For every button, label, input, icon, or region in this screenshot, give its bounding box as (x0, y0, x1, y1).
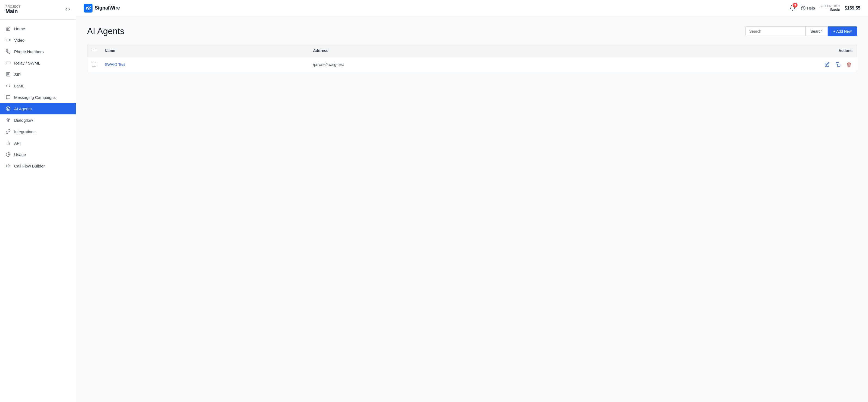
sidebar-item-call-flow-builder[interactable]: Call Flow Builder (0, 160, 76, 172)
integrations-icon (5, 129, 11, 134)
table-header: Name Address Actions (87, 44, 857, 57)
signalwire-logo-text: SignalWire (95, 5, 120, 11)
svg-rect-23 (838, 64, 840, 67)
notification-count: 9 (793, 3, 798, 8)
svg-line-10 (9, 109, 9, 110)
row-checkbox-cell (87, 57, 100, 72)
edit-icon (825, 62, 830, 67)
relay-icon (5, 60, 11, 66)
sidebar-item-call-flow-builder-label: Call Flow Builder (14, 164, 45, 168)
svg-rect-0 (6, 39, 9, 41)
sidebar-item-api-label: API (14, 141, 21, 145)
home-icon (5, 26, 11, 31)
support-tier-label: SUPPORT TIER (820, 5, 840, 8)
sidebar-item-usage[interactable]: Usage (0, 149, 76, 160)
sidebar-item-home[interactable]: Home (0, 23, 76, 34)
agents-table: Name Address Actions SWAIG Test (87, 44, 857, 72)
topbar: SignalWire 9 Help SUPPORT TIER Basic $15… (76, 0, 868, 16)
support-tier: SUPPORT TIER Basic (820, 5, 840, 12)
help-button[interactable]: Help (801, 6, 815, 10)
sidebar-nav: Home Video Phone Numbers Relay / SWML (0, 20, 76, 402)
help-label: Help (807, 6, 815, 10)
row-checkbox[interactable] (92, 62, 96, 66)
sidebar-item-ai-agents[interactable]: AI Agents (0, 103, 76, 114)
actions-cell (594, 61, 852, 68)
sidebar-header: Project Main (0, 0, 76, 20)
sidebar-item-messaging-campaigns-label: Messaging Campaigns (14, 95, 56, 100)
header-address: Address (309, 44, 589, 57)
table-body: SWAIG Test /private/swaig-test (87, 57, 857, 72)
svg-line-11 (9, 107, 9, 108)
copy-button[interactable] (835, 61, 842, 68)
copy-icon (836, 62, 840, 67)
delete-icon (846, 62, 851, 67)
switch-project-icon[interactable] (65, 6, 70, 13)
delete-button[interactable] (845, 61, 852, 68)
agent-address-cell: /private/swaig-test (309, 57, 589, 72)
agent-address: /private/swaig-test (313, 62, 344, 67)
ai-agents-icon (5, 106, 11, 111)
sidebar-item-laml-label: LāML (14, 84, 25, 88)
select-all-checkbox[interactable] (92, 48, 96, 52)
svg-point-8 (7, 108, 9, 110)
signalwire-logo-icon (84, 4, 93, 12)
edit-button[interactable] (824, 61, 831, 68)
project-label: Project (5, 5, 21, 8)
sidebar-item-relay-swml[interactable]: Relay / SWML (0, 57, 76, 69)
sidebar-item-video-label: Video (14, 38, 25, 42)
sidebar-item-relay-swml-label: Relay / SWML (14, 61, 40, 65)
svg-line-17 (8, 120, 9, 120)
video-icon (5, 37, 11, 43)
header-checkbox-col (87, 44, 100, 57)
agent-actions-cell (589, 57, 857, 72)
sidebar: Project Main Home Video (0, 0, 76, 402)
search-button[interactable]: Search (805, 27, 828, 36)
sidebar-item-laml[interactable]: LāML (0, 80, 76, 91)
search-wrapper: Search (745, 26, 828, 36)
svg-point-14 (8, 119, 10, 120)
sidebar-item-sip[interactable]: SIP (0, 69, 76, 80)
messaging-icon (5, 94, 11, 100)
sidebar-item-phone-numbers-label: Phone Numbers (14, 49, 43, 54)
page-header: AI Agents Search + Add New (87, 26, 857, 36)
search-input[interactable] (746, 27, 805, 36)
svg-point-15 (8, 120, 9, 122)
call-flow-icon (5, 163, 11, 169)
add-new-button[interactable]: + Add New (828, 26, 857, 36)
sidebar-item-ai-agents-label: AI Agents (14, 107, 32, 111)
sip-icon (5, 71, 11, 77)
sidebar-item-sip-label: SIP (14, 72, 21, 77)
laml-icon (5, 83, 11, 88)
svg-line-16 (7, 120, 8, 120)
svg-point-13 (7, 119, 8, 120)
sidebar-item-dialogflow[interactable]: Dialogflow (0, 114, 76, 126)
sidebar-item-dialogflow-label: Dialogflow (14, 118, 33, 122)
agents-table-container: Name Address Actions SWAIG Test (87, 44, 857, 72)
logo: SignalWire (84, 4, 120, 12)
support-tier-value: Basic (830, 8, 840, 12)
project-name: Main (5, 8, 21, 15)
sidebar-item-phone-numbers[interactable]: Phone Numbers (0, 46, 76, 57)
sidebar-item-usage-label: Usage (14, 152, 26, 157)
phone-icon (5, 49, 11, 54)
main-area: SignalWire 9 Help SUPPORT TIER Basic $15… (76, 0, 868, 402)
agent-name-cell: SWAIG Test (100, 57, 309, 72)
svg-line-12 (7, 109, 8, 110)
page-actions: Search + Add New (745, 26, 857, 36)
sidebar-item-integrations-label: Integrations (14, 130, 35, 134)
sidebar-item-home-label: Home (14, 26, 25, 31)
header-name: Name (100, 44, 309, 57)
sidebar-item-video[interactable]: Video (0, 34, 76, 46)
help-circle-icon (801, 6, 806, 10)
sidebar-item-api[interactable]: API (0, 137, 76, 149)
page-title: AI Agents (87, 26, 124, 36)
sidebar-item-messaging-campaigns[interactable]: Messaging Campaigns (0, 91, 76, 103)
sidebar-item-integrations[interactable]: Integrations (0, 126, 76, 137)
agent-name-link[interactable]: SWAIG Test (105, 62, 125, 67)
topbar-actions: 9 Help SUPPORT TIER Basic $159.55 (789, 4, 860, 12)
content-area: AI Agents Search + Add New Name Addr (76, 16, 868, 402)
dialogflow-icon (5, 117, 11, 123)
account-balance: $159.55 (845, 6, 860, 10)
svg-line-9 (7, 107, 8, 108)
notification-bell[interactable]: 9 (789, 4, 796, 12)
